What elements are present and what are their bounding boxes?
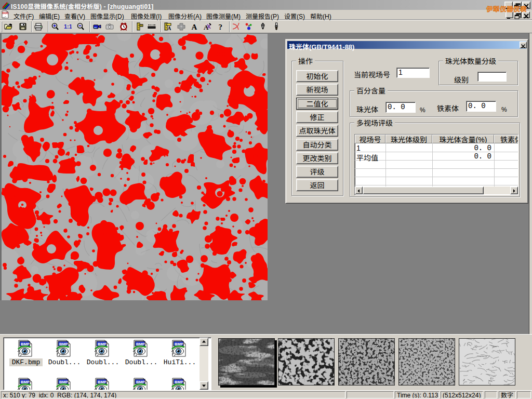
svg-text:1:1: 1:1 xyxy=(64,23,72,30)
svg-text:DOC: DOC xyxy=(3,11,9,15)
svg-text:?: ? xyxy=(219,23,223,31)
svg-text:A: A xyxy=(168,26,171,31)
svg-text:A: A xyxy=(192,23,197,31)
